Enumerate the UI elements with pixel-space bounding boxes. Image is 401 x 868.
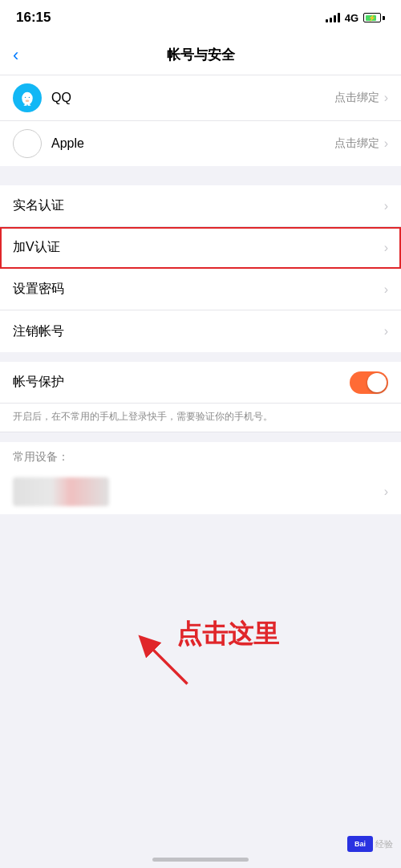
real-name-item[interactable]: 实名认证 › (0, 185, 401, 227)
menu-section: 实名认证 › 加V认证 › 设置密码 › 注销帐号 › (0, 185, 401, 352)
set-password-chevron-icon: › (384, 282, 388, 297)
bind-section: QQ 点击绑定 › Apple 点击绑定 › (0, 75, 401, 166)
protection-label: 帐号保护 (13, 374, 350, 391)
protection-toggle[interactable] (350, 371, 388, 394)
apple-label: Apple (51, 136, 334, 151)
svg-rect-8 (24, 105, 27, 106)
svg-point-3 (25, 97, 26, 98)
status-time: 16:15 (16, 10, 51, 26)
device-chevron-icon: › (384, 485, 388, 499)
watermark-text: 经验 (375, 838, 393, 850)
nav-bar: ‹ 帐号与安全 (0, 35, 401, 75)
apple-chevron-icon: › (384, 136, 388, 151)
protection-toggle-row: 帐号保护 (0, 362, 401, 404)
click-here-annotation: 点击这里 (176, 617, 279, 652)
qq-icon (13, 83, 42, 112)
v-verify-label: 加V认证 (13, 239, 384, 256)
v-verify-chevron-icon: › (384, 241, 388, 255)
svg-point-4 (29, 97, 30, 98)
back-button[interactable]: ‹ (13, 45, 18, 66)
set-password-label: 设置密码 (13, 281, 384, 298)
signal-icon (326, 13, 340, 22)
real-name-chevron-icon: › (384, 199, 388, 213)
apple-bind-item[interactable]: Apple 点击绑定 › (0, 121, 401, 166)
protection-note: 开启后，在不常用的手机上登录快手，需要验证你的手机号。 (0, 404, 401, 432)
protection-section: 帐号保护 开启后，在不常用的手机上登录快手，需要验证你的手机号。 (0, 362, 401, 432)
cancel-account-item[interactable]: 注销帐号 › (0, 310, 401, 352)
apple-action: 点击绑定 (334, 136, 379, 151)
home-indicator (152, 858, 249, 862)
real-name-label: 实名认证 (13, 197, 384, 214)
device-item[interactable]: › (0, 469, 401, 514)
qq-action: 点击绑定 (334, 91, 379, 105)
qq-bind-item[interactable]: QQ 点击绑定 › (0, 75, 401, 121)
watermark: Bai 经验 (347, 836, 393, 852)
device-header: 常用设备： (0, 442, 401, 469)
cancel-account-label: 注销帐号 (13, 323, 384, 340)
baidu-logo: Bai (347, 836, 373, 852)
qq-label: QQ (51, 91, 334, 105)
toggle-knob (367, 373, 387, 392)
svg-line-10 (146, 643, 187, 683)
battery-icon: ⚡ (363, 13, 385, 22)
v-verify-item[interactable]: 加V认证 › (0, 227, 401, 269)
status-icons: 4G ⚡ (326, 12, 385, 24)
qq-chevron-icon: › (384, 91, 388, 105)
device-section: 常用设备： › (0, 442, 401, 514)
device-thumbnail (13, 477, 109, 506)
svg-point-5 (26, 99, 30, 101)
cancel-account-chevron-icon: › (384, 324, 388, 339)
annotation-arrow (132, 629, 196, 696)
status-bar: 16:15 4G ⚡ (0, 0, 401, 35)
page-title: 帐号与安全 (167, 46, 235, 64)
set-password-item[interactable]: 设置密码 › (0, 269, 401, 310)
network-label: 4G (345, 12, 358, 24)
section-gap-1 (0, 166, 401, 176)
svg-rect-9 (28, 105, 31, 106)
apple-icon (13, 129, 42, 158)
